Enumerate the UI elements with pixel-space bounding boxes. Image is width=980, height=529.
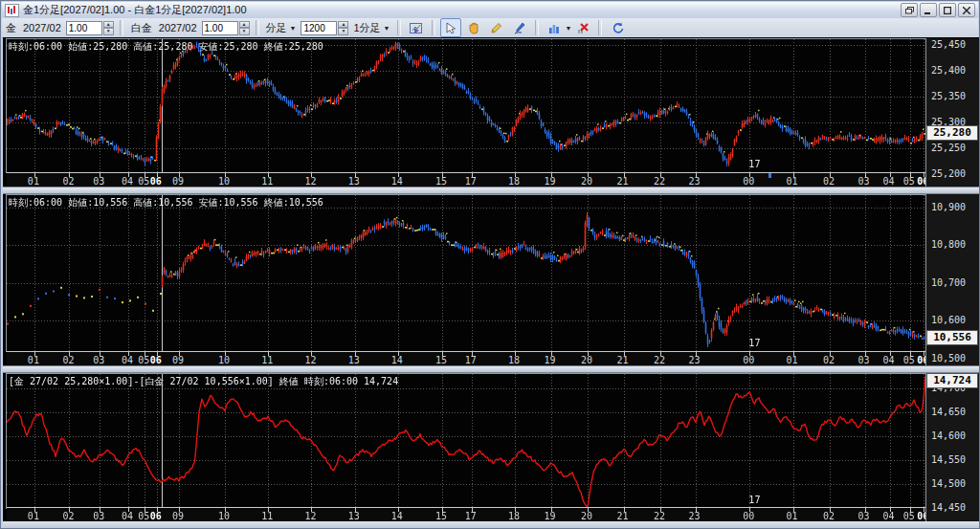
- close-button[interactable]: [958, 3, 975, 17]
- x-tick-label: 19: [545, 511, 556, 521]
- x-tick-label: 01: [787, 176, 798, 187]
- y-axis-label: 25,200: [931, 168, 966, 179]
- platinum-ratio-up-icon[interactable]: ▲: [239, 21, 250, 29]
- pen-draw-icon[interactable]: [509, 18, 530, 37]
- y-axis-label: 14,650: [931, 407, 966, 417]
- delete-drawings-icon[interactable]: [572, 18, 593, 37]
- toolbar-separator: [256, 20, 259, 35]
- x-tick-label: 04: [883, 511, 895, 521]
- x-tick-label: 12: [304, 176, 316, 187]
- x-tick-label: 03: [858, 176, 870, 187]
- select-arrow-icon[interactable]: [440, 18, 461, 37]
- chart-frame-tool-icon[interactable]: [406, 18, 427, 37]
- y-axis-label: 10,500: [931, 353, 966, 364]
- y-axis-label: 14,500: [931, 478, 966, 489]
- current-price-box: 14,724: [926, 373, 978, 388]
- x-tick-label: 02: [62, 355, 74, 365]
- y-axis-label: 10,800: [931, 239, 966, 250]
- app-chart-icon: [5, 4, 19, 17]
- refresh-icon[interactable]: [607, 18, 628, 37]
- x-tick-label: 14: [391, 511, 403, 521]
- x-tick-label: 04: [122, 355, 133, 365]
- x-tick-label: 14: [391, 355, 403, 365]
- bar-count-up-icon[interactable]: ▲: [338, 21, 348, 29]
- current-price-box: 10,556: [926, 330, 978, 345]
- gold-time-axis: 0102030405060910111213141517181920212223…: [7, 172, 927, 187]
- gold-price-axis: 25,45025,40025,35025,30025,25025,20025,2…: [925, 38, 979, 187]
- x-tick-label: 20: [581, 355, 592, 365]
- x-tick-label: 23: [689, 355, 701, 365]
- pane-splitter[interactable]: [3, 187, 979, 194]
- x-tick-label: 13: [348, 176, 360, 187]
- x-tick-label: 06: [150, 511, 162, 521]
- maximize-button[interactable]: [939, 3, 956, 17]
- platinum-price-axis: 10,90010,80010,70010,60010,50010,556: [925, 194, 979, 365]
- chevron-down-icon: ▼: [290, 25, 297, 32]
- x-tick-label: 01: [28, 176, 39, 187]
- minimize-button[interactable]: [920, 3, 937, 17]
- x-tick-label: 19: [545, 176, 556, 187]
- chevron-down-icon[interactable]: ▼: [566, 25, 572, 32]
- platinum-symbol-label: 白金: [131, 21, 152, 35]
- gold-ratio-up-icon[interactable]: ▲: [103, 21, 114, 29]
- toolbar-separator: [535, 20, 539, 35]
- x-tick-label: 23: [689, 511, 701, 521]
- gold-ratio-spinner[interactable]: ▲▼: [66, 21, 114, 35]
- pencil-draw-icon[interactable]: [486, 18, 507, 37]
- spread-info-line: [金 27/02 25,280×1.00]-[白金 27/02 10,556×1…: [9, 375, 398, 388]
- x-tick-label: 15: [435, 176, 447, 187]
- new-window-button[interactable]: [901, 3, 918, 17]
- title-bar[interactable]: 金1分足[2027/02]1.00 - 白金1分足[2027/02]1.00: [2, 2, 978, 19]
- x-tick-label: 21: [617, 176, 629, 187]
- x-tick-label: 01: [787, 511, 798, 521]
- x-tick-label: 19: [545, 355, 556, 365]
- y-axis-label: 14,550: [931, 454, 966, 465]
- platinum-ratio-spinner[interactable]: ▲▼: [202, 21, 250, 35]
- platinum-ratio-input[interactable]: [202, 21, 238, 35]
- y-axis-label: 25,400: [931, 65, 966, 76]
- x-tick-label: 03: [858, 355, 870, 365]
- x-tick-label: 01: [787, 355, 798, 365]
- x-tick-label: 01: [28, 355, 39, 365]
- spread-time-axis: 0102030405060910111213141517181920212223…: [7, 507, 927, 522]
- x-tick-label: 10: [218, 355, 230, 365]
- bar-count-input[interactable]: [301, 21, 337, 35]
- x-tick-label: 02: [823, 355, 835, 365]
- toolbar-separator: [432, 20, 435, 35]
- spread-line-chart[interactable]: [6, 373, 928, 509]
- x-tick-label: 06: [150, 355, 162, 365]
- chart-type-icon[interactable]: [544, 18, 565, 37]
- platinum-candlestick-chart[interactable]: [6, 194, 928, 352]
- pane-splitter[interactable]: [3, 365, 979, 373]
- main-toolbar: 金 2027/02 ▲▼ 白金 2027/02 ▲▼ 分足 ▼ ▲▼ 1分足 ▼: [2, 18, 978, 38]
- toolbar-separator: [397, 20, 401, 35]
- x-tick-label: 04: [122, 176, 133, 187]
- gold-ratio-down-icon[interactable]: ▼: [103, 28, 114, 35]
- gold-ratio-input[interactable]: [66, 21, 102, 35]
- y-axis-label: 10,600: [931, 315, 966, 325]
- day-change-label: 17: [748, 495, 760, 505]
- x-tick-label: 02: [62, 176, 74, 187]
- x-tick-label: 04: [883, 355, 895, 365]
- interval-dropdown[interactable]: 1分足 ▼: [353, 21, 390, 35]
- app-window: 金1分足[2027/02]1.00 - 白金1分足[2027/02]1.00 金…: [0, 0, 980, 529]
- bar-count-down-icon[interactable]: ▼: [338, 28, 348, 35]
- x-tick-label: 05: [903, 511, 915, 521]
- current-price-box: 25,280: [926, 125, 978, 141]
- x-tick-label: 17: [465, 511, 477, 521]
- x-tick-label: 17: [465, 355, 477, 365]
- x-tick-label: 17: [465, 176, 477, 187]
- window-bottom-edge: [3, 521, 979, 528]
- x-tick-label: 21: [617, 511, 629, 521]
- platinum-ratio-down-icon[interactable]: ▼: [239, 28, 250, 35]
- bar-type-dropdown[interactable]: 分足 ▼: [266, 21, 297, 35]
- bar-type-label: 分足: [266, 21, 287, 35]
- gold-info-line: 時刻:06:00 始値:25,280 高値:25,280 安値:25,280 終…: [9, 40, 323, 54]
- window-title: 金1分足[2027/02]1.00 - 白金1分足[2027/02]1.00: [23, 3, 247, 17]
- bar-count-spinner[interactable]: ▲▼: [301, 21, 348, 35]
- gold-candlestick-chart[interactable]: [6, 38, 928, 173]
- x-tick-label: 11: [261, 176, 273, 187]
- x-tick-label: 13: [348, 355, 360, 365]
- platinum-contract-month: 2027/02: [159, 22, 197, 33]
- pan-hand-icon[interactable]: [463, 18, 484, 37]
